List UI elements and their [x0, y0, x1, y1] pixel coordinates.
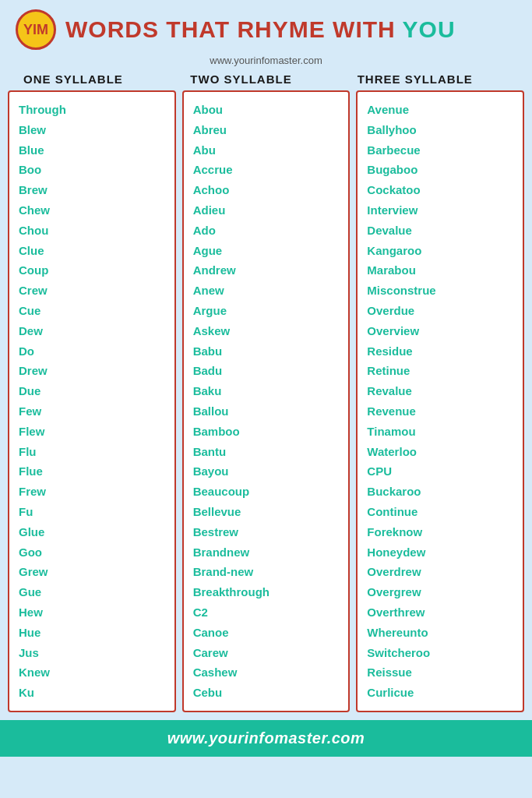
list-item: Buckaroo — [367, 482, 513, 502]
list-item: Jus — [19, 643, 165, 663]
list-item: Flue — [19, 461, 165, 482]
list-item: Bellevue — [193, 502, 340, 522]
list-item: Continue — [367, 502, 513, 522]
list-item: Curlicue — [367, 683, 513, 703]
list-item: Bugaboo — [367, 160, 513, 180]
list-item: Brew — [19, 180, 165, 200]
list-item: Coup — [19, 260, 165, 281]
one-syllable-column: ThroughBlewBlueBooBrewChewChouClueCoupCr… — [8, 90, 176, 712]
list-item: Frew — [19, 482, 165, 502]
list-item: Cockatoo — [367, 180, 513, 200]
list-item: Switcheroo — [367, 643, 513, 663]
column-headers: ONE SYLLABLE TWO SYLLABLE THREE SYLLABLE — [0, 72, 532, 86]
list-item: Blue — [19, 140, 165, 161]
header: YIM WORDS THAT RHYME WITH YOU — [0, 0, 532, 53]
list-item: Fu — [19, 502, 165, 522]
list-item: Carew — [193, 643, 340, 663]
list-item: Hew — [19, 602, 165, 623]
list-item: Goo — [19, 542, 165, 563]
list-item: Flu — [19, 442, 165, 462]
title-you: YOU — [403, 16, 456, 42]
list-item: Whereunto — [367, 623, 513, 643]
list-item: Cue — [19, 301, 165, 321]
list-item: Anew — [193, 281, 340, 301]
page-title: WORDS THAT RHYME WITH YOU — [65, 16, 456, 43]
list-item: Marabou — [367, 260, 513, 281]
list-item: Barbecue — [367, 140, 513, 161]
list-item: Bayou — [193, 461, 340, 482]
list-item: Babu — [193, 341, 340, 362]
list-item: Waterloo — [367, 442, 513, 462]
list-item: Ado — [193, 221, 340, 241]
list-item: Foreknow — [367, 522, 513, 542]
list-item: Kangaroo — [367, 241, 513, 261]
list-item: Badu — [193, 361, 340, 381]
list-item: Flew — [19, 422, 165, 442]
list-item: Accrue — [193, 160, 340, 180]
list-item: Askew — [193, 321, 340, 341]
col-header-three: THREE SYLLABLE — [350, 72, 516, 86]
list-item: Bamboo — [193, 422, 340, 442]
col-header-two: TWO SYLLABLE — [182, 72, 349, 86]
two-syllable-column: AbouAbreuAbuAccrueAchooAdieuAdoAgueAndre… — [182, 90, 351, 712]
list-item: Chou — [19, 221, 165, 241]
yim-logo: YIM — [16, 9, 56, 50]
list-item: Devalue — [367, 221, 513, 241]
list-item: Abu — [193, 140, 340, 161]
website-url: www.yourinfomaster.com — [0, 53, 532, 72]
list-item: Achoo — [193, 180, 340, 200]
list-item: Ballyhoo — [367, 120, 513, 140]
list-item: Residue — [367, 341, 513, 362]
list-item: Glue — [19, 522, 165, 542]
list-item: Retinue — [367, 361, 513, 381]
list-item: Blew — [19, 120, 165, 140]
list-item: Overthrew — [367, 602, 513, 623]
list-item: Breakthrough — [193, 582, 340, 602]
list-item: Brand-new — [193, 562, 340, 582]
list-item: Brandnew — [193, 542, 340, 563]
list-item: Argue — [193, 301, 340, 321]
list-item: Through — [19, 100, 165, 120]
list-item: Gue — [19, 582, 165, 602]
list-item: Beaucoup — [193, 482, 340, 502]
list-item: Bantu — [193, 442, 340, 462]
list-item: CPU — [367, 461, 513, 482]
list-item: Bestrew — [193, 522, 340, 542]
list-item: Overdrew — [367, 562, 513, 582]
list-item: Baku — [193, 381, 340, 401]
list-item: Overview — [367, 321, 513, 341]
footer-url: www.yourinfomaster.com — [9, 729, 523, 747]
list-item: Adieu — [193, 200, 340, 221]
list-item: Tinamou — [367, 422, 513, 442]
footer: www.yourinfomaster.com — [0, 720, 532, 757]
list-item: Ague — [193, 241, 340, 261]
list-item: Ku — [19, 683, 165, 703]
list-item: Overgrew — [367, 582, 513, 602]
list-item: Revenue — [367, 401, 513, 422]
list-item: Honeydew — [367, 542, 513, 563]
list-item: Chew — [19, 200, 165, 221]
list-item: Overdue — [367, 301, 513, 321]
list-item: Boo — [19, 160, 165, 180]
list-item: Abreu — [193, 120, 340, 140]
title-main: WORDS THAT RHYME WITH — [65, 16, 403, 42]
list-item: Clue — [19, 241, 165, 261]
list-item: Do — [19, 341, 165, 362]
list-item: C2 — [193, 602, 340, 623]
list-item: Cebu — [193, 683, 340, 703]
list-item: Crew — [19, 281, 165, 301]
list-item: Grew — [19, 562, 165, 582]
list-item: Abou — [193, 100, 340, 120]
list-item: Reissue — [367, 662, 513, 683]
list-item: Knew — [19, 662, 165, 683]
list-item: Andrew — [193, 260, 340, 281]
list-item: Revalue — [367, 381, 513, 401]
three-syllable-column: AvenueBallyhooBarbecueBugabooCockatooInt… — [356, 90, 524, 712]
columns-body: ThroughBlewBlueBooBrewChewChouClueCoupCr… — [0, 90, 532, 712]
list-item: Cashew — [193, 662, 340, 683]
list-item: Due — [19, 381, 165, 401]
col-header-one: ONE SYLLABLE — [16, 72, 182, 86]
list-item: Few — [19, 401, 165, 422]
list-item: Canoe — [193, 623, 340, 643]
list-item: Interview — [367, 200, 513, 221]
